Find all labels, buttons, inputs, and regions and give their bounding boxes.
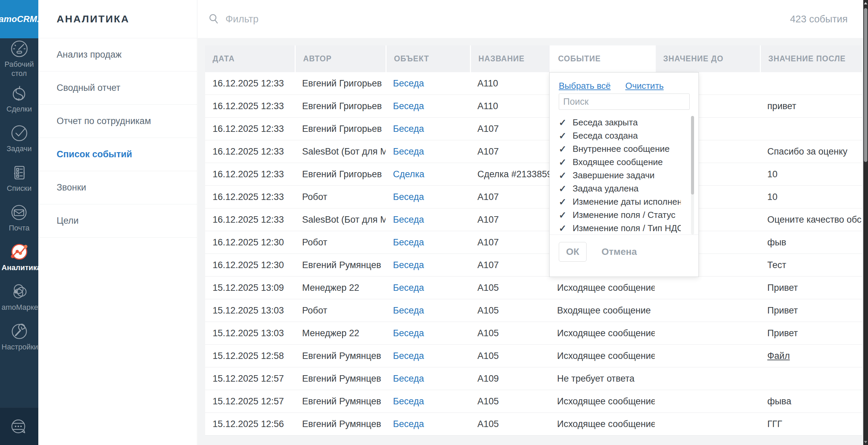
event-option-8[interactable]: ✓Изменение поля / Тип НДС: [559, 222, 681, 235]
cell-event: Исходящее сообщение: [550, 322, 655, 344]
cell-object: Беседа: [386, 277, 470, 299]
sidebar-item-label: Списки: [2, 184, 37, 193]
object-link[interactable]: Беседа: [393, 373, 424, 384]
column-header-5[interactable]: ЗНАЧЕНИЕ ДО: [655, 45, 760, 72]
event-option-1[interactable]: ✓Беседа создана: [559, 129, 681, 142]
amocrm-logo[interactable]: amoCRM.: [0, 0, 38, 38]
object-link[interactable]: Беседа: [393, 260, 424, 270]
cell-author: Евгений Григорьев: [295, 72, 386, 95]
cell-value-after: фыв: [760, 231, 862, 254]
event-option-3[interactable]: ✓Входящее сообщение: [559, 156, 681, 169]
column-header-2[interactable]: ОБЪЕКТ: [386, 45, 470, 72]
sidebar-item-tasks[interactable]: Задачи: [0, 118, 38, 157]
cell-date: 15.12.2025 13:09: [205, 277, 295, 299]
event-option-2[interactable]: ✓Внутреннее сообщение: [559, 142, 681, 156]
sidebar-item-analytics[interactable]: Аналитика: [0, 237, 38, 276]
cell-date: 16.12.2025 12:33: [205, 140, 295, 163]
select-all-link[interactable]: Выбрать всё: [559, 81, 611, 91]
cell-author: Менеджер 22: [295, 277, 386, 299]
content: 423 события ДАТААВТОРОБЪЕКТНАЗВАНИЕСОБЫТ…: [198, 0, 868, 445]
sidebar-item-deals[interactable]: Сделки: [0, 78, 38, 118]
menu-item-5[interactable]: Цели: [38, 204, 197, 238]
event-option-7[interactable]: ✓Изменение поля / Статус: [559, 208, 681, 222]
object-link[interactable]: Беседа: [393, 396, 424, 407]
scroll-up-icon[interactable]: [864, 2, 867, 4]
cell-author: SalesBot (Бот для М: [295, 140, 386, 163]
event-option-0[interactable]: ✓Беседа закрыта: [559, 116, 681, 129]
column-header-3[interactable]: НАЗВАНИЕ: [470, 45, 550, 72]
cancel-button[interactable]: Отмена: [599, 246, 639, 258]
object-link[interactable]: Беседа: [393, 305, 424, 316]
cell-event: Не требует ответа: [550, 367, 655, 390]
cell-name: Сделка #21338599: [470, 163, 550, 185]
object-link[interactable]: Беседа: [393, 146, 424, 157]
column-header-1[interactable]: АВТОР: [295, 45, 386, 72]
main-scrollbar[interactable]: [863, 0, 868, 445]
table-row: 16.12.2025 12:33Евгений ГригорьевБеседаA…: [205, 95, 862, 118]
column-header-6[interactable]: ЗНАЧЕНИЕ ПОСЛЕ: [760, 45, 862, 72]
object-link[interactable]: Беседа: [393, 78, 424, 89]
table-row: 16.12.2025 12:30Евгений РумянцевБеседаA1…: [205, 254, 862, 277]
check-icon: ✓: [559, 197, 567, 207]
object-link[interactable]: Беседа: [393, 328, 424, 339]
table-row: 16.12.2025 12:33Евгений ГригорьевСделкаС…: [205, 163, 862, 186]
clear-link[interactable]: Очистить: [625, 81, 664, 91]
object-link[interactable]: Беседа: [393, 192, 424, 202]
cell-name: A107: [470, 254, 550, 276]
mail-icon: [10, 202, 29, 222]
menu-item-1[interactable]: Сводный отчет: [38, 72, 197, 105]
menu-item-3[interactable]: Список событий: [38, 138, 197, 171]
menu-item-0[interactable]: Анализ продаж: [38, 38, 197, 72]
file-link[interactable]: Файл: [767, 351, 790, 361]
table-row: 15.12.2025 12:56Евгений РумянцевБеседаA1…: [205, 413, 862, 436]
menu-item-4[interactable]: Звонки: [38, 171, 197, 204]
check-icon: ✓: [559, 144, 567, 155]
cell-date: 15.12.2025 12:57: [205, 390, 295, 412]
cell-date: 15.12.2025 13:03: [205, 299, 295, 322]
object-link[interactable]: Беседа: [393, 101, 424, 112]
option-label: Изменение даты исполнения зад: [573, 197, 681, 207]
cell-date: 15.12.2025 12:56: [205, 413, 295, 435]
analytics-menu-list: Анализ продажСводный отчетОтчет по сотру…: [38, 38, 197, 238]
event-option-5[interactable]: ✓Задача удалена: [559, 182, 681, 195]
menu-item-2[interactable]: Отчет по сотрудникам: [38, 105, 197, 138]
ok-button[interactable]: ОК: [559, 242, 587, 262]
sidebar-item-amomarket[interactable]: amoМаркет: [0, 276, 38, 316]
event-option-6[interactable]: ✓Изменение даты исполнения зад: [559, 195, 681, 208]
popup-search-input[interactable]: [559, 94, 690, 110]
sidebar-item-dashboard[interactable]: Рабочий стол: [0, 38, 38, 78]
cell-name: A109: [470, 367, 550, 390]
column-header-0[interactable]: ДАТА: [205, 45, 295, 72]
scroll-down-icon[interactable]: [864, 441, 867, 443]
sidebar-item-settings[interactable]: Настройки: [0, 316, 38, 356]
object-link[interactable]: Беседа: [393, 237, 424, 248]
popup-options: ✓Беседа закрыта✓Беседа создана✓Внутренне…: [559, 116, 681, 235]
analytics-menu-panel: АНАЛИТИКА Анализ продажСводный отчетОтче…: [38, 0, 197, 445]
sidebar-item-lists[interactable]: Списки: [0, 157, 38, 197]
object-link[interactable]: Беседа: [393, 351, 424, 361]
object-link[interactable]: Беседа: [393, 419, 424, 429]
sidebar-item-label: amoМаркет: [2, 303, 37, 312]
main-scrollbar-thumb[interactable]: [864, 8, 867, 162]
option-label: Входящее сообщение: [573, 157, 663, 167]
sidebar-item-mail[interactable]: Почта: [0, 197, 38, 237]
cell-date: 16.12.2025 12:30: [205, 231, 295, 254]
filter-input[interactable]: [225, 13, 790, 25]
sidebar-item-label: Настройки: [2, 343, 37, 352]
cell-value-after: [760, 367, 862, 390]
object-link[interactable]: Сделка: [393, 169, 425, 180]
check-icon: ✓: [559, 157, 567, 168]
object-link[interactable]: Беседа: [393, 283, 424, 293]
object-link[interactable]: Беседа: [393, 124, 424, 134]
column-header-4[interactable]: СОБЫТИЕ: [550, 45, 655, 72]
popup-scrollbar[interactable]: [691, 116, 694, 235]
sidebar-nav: Рабочий стол Сделки Задачи: [0, 38, 38, 356]
sidebar-footer[interactable]: [0, 407, 38, 445]
cell-author: Евгений Румянцев: [295, 367, 386, 390]
event-option-4[interactable]: ✓Завершение задачи: [559, 169, 681, 182]
object-link[interactable]: Беседа: [393, 215, 424, 225]
popup-scrollbar-thumb[interactable]: [691, 116, 694, 195]
cell-date: 16.12.2025 12:33: [205, 208, 295, 231]
cell-event: Исходящее сообщение: [550, 277, 655, 299]
option-label: Внутреннее сообщение: [573, 144, 670, 154]
